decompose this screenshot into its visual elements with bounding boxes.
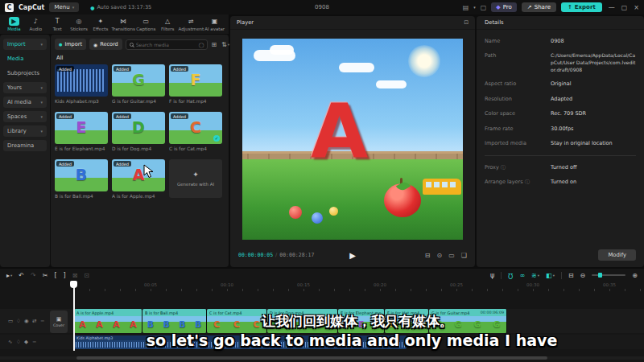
trim-right-icon[interactable]: ] bbox=[64, 272, 66, 279]
clip-c-cat[interactable]: C is for Cat.mp4 CCC bbox=[207, 309, 267, 333]
compare-icon[interactable]: ⊟ bbox=[425, 252, 431, 259]
voiceover-mic-icon[interactable]: ψ bbox=[490, 272, 494, 279]
media-tile-a-apple[interactable]: A Added A is for Apple.mp4 bbox=[112, 159, 165, 199]
tab-label: Text bbox=[53, 27, 62, 31]
media-tile-g-guitar[interactable]: G Added G is for Guitar.mp4 bbox=[112, 64, 165, 104]
track-collapse-icon[interactable]: − bbox=[40, 318, 44, 324]
tab-captions[interactable]: ▭ Captions bbox=[135, 17, 157, 31]
sidebar-item-spaces[interactable]: Spaces ▾ bbox=[3, 111, 47, 122]
pro-button[interactable]: ◆ Pro bbox=[491, 2, 517, 12]
clip-b-ball[interactable]: B is for Ball.mp4 BBBB bbox=[142, 309, 207, 333]
audio-collapse-icon[interactable]: − bbox=[32, 339, 36, 345]
audio-track-icon[interactable]: ∿ bbox=[8, 339, 12, 345]
maximize-button[interactable]: ▢ bbox=[621, 4, 628, 11]
cover-button[interactable]: ▣ Cover bbox=[50, 311, 68, 333]
media-tile-b-ball[interactable]: B Added B is for Ball.mp4 bbox=[55, 159, 108, 199]
sidebar-item-yours[interactable]: Yours ▾ bbox=[3, 82, 47, 93]
sidebar-item-dreamina[interactable]: Dreamina bbox=[3, 140, 47, 151]
tab-stickers[interactable]: ◎ Stickers bbox=[68, 17, 90, 31]
tab-ai-avatar[interactable]: ▣ AI avatar bbox=[204, 17, 225, 31]
detail-value: 0908 bbox=[551, 38, 564, 45]
share-button[interactable]: ↗ Share bbox=[522, 2, 556, 12]
divider bbox=[485, 155, 636, 156]
info-icon[interactable]: ⓘ bbox=[501, 164, 506, 171]
generate-with-ai-button[interactable]: ✦ Generate with AI bbox=[169, 159, 222, 198]
sidebar-item-subprojects[interactable]: Subprojects bbox=[3, 68, 47, 79]
split-icon[interactable]: ✂ bbox=[43, 272, 48, 279]
tab-transitions[interactable]: ⋈ Transitions bbox=[111, 17, 134, 31]
media-tile-c-cat[interactable]: C Added ✓ C is for Cat.mp4 bbox=[169, 112, 222, 151]
timeline-ruler[interactable]: 00:05 00:10 00:15 00:20 00:25 00:30 00:3… bbox=[74, 282, 644, 291]
tab-adjustment[interactable]: ⇌ Adjustment bbox=[179, 17, 204, 31]
timeline-scrollbar-thumb[interactable] bbox=[76, 356, 547, 360]
tab-effects[interactable]: ✦ Effects bbox=[90, 17, 112, 31]
freeze-icon[interactable]: ⊡ bbox=[84, 272, 89, 279]
track-hide-icon[interactable]: ◉ bbox=[24, 318, 29, 324]
media-tile-e-elephant[interactable]: E Added E is for Elephant.mp4 bbox=[55, 112, 108, 151]
search-box[interactable]: ◯ bbox=[126, 39, 208, 50]
audio-lock-icon[interactable]: ♢ bbox=[16, 339, 21, 345]
media-tile-d-dog[interactable]: D Added D is for Dog.mp4 bbox=[112, 112, 165, 151]
ripple-icon[interactable]: ≋ ▾ bbox=[531, 272, 539, 279]
modify-button[interactable]: Modify bbox=[598, 249, 636, 261]
zoom-out-icon[interactable]: ⊖ bbox=[580, 272, 586, 279]
player-panel: Player ⊡ A 00:00:00:05 / 00:00:28:17 ▶ bbox=[230, 16, 475, 267]
total-timecode: 00:00:28:17 bbox=[279, 252, 314, 258]
close-button[interactable]: × bbox=[634, 4, 639, 11]
smart-frame-icon[interactable]: ⊙ bbox=[437, 252, 443, 259]
track-mute-icon[interactable]: ⇄ bbox=[32, 318, 36, 324]
sparkle-icon: ✦ bbox=[192, 171, 199, 179]
search-input[interactable] bbox=[136, 42, 196, 47]
redo-icon[interactable]: ↷ bbox=[31, 272, 36, 279]
grid-view-icon[interactable]: ⊞ bbox=[211, 41, 217, 48]
detail-label: Resolution bbox=[485, 96, 551, 103]
select-tool-icon[interactable]: ▸ ▾ bbox=[6, 272, 12, 279]
zoom-in-icon[interactable]: ⊕ bbox=[632, 272, 638, 279]
record-button[interactable]: ◉ Record bbox=[89, 39, 122, 50]
ratio-icon[interactable]: ▭ bbox=[448, 252, 455, 259]
menu-button[interactable]: Menu ▾ bbox=[49, 2, 79, 12]
info-icon[interactable]: ⓘ bbox=[525, 179, 530, 186]
track-levels-icon[interactable]: ◧ ▾ bbox=[546, 272, 555, 279]
category-all[interactable]: All bbox=[56, 55, 225, 61]
minimize-button[interactable]: — bbox=[609, 4, 615, 11]
search-loop-icon[interactable]: ◯ bbox=[199, 42, 204, 47]
sidebar-item-import[interactable]: Import ▾ bbox=[3, 39, 47, 50]
audio-mute-icon[interactable]: ◆ bbox=[24, 339, 28, 345]
chevron-down-icon[interactable]: ▾ bbox=[473, 5, 476, 10]
export-button[interactable]: ↑ Export bbox=[561, 2, 602, 12]
zoom-slider-thumb[interactable] bbox=[598, 273, 602, 278]
panel-toggle-icon[interactable]: ▢ bbox=[481, 4, 487, 11]
layout-toggle-icon[interactable]: ▤ bbox=[463, 4, 469, 11]
preview-axis-icon[interactable]: ⊟ bbox=[568, 272, 574, 279]
media-tile-kids-alphabet[interactable]: Added Kids Alphabet.mp3 bbox=[55, 64, 108, 104]
player-expand-icon[interactable]: ⊡ bbox=[464, 19, 469, 26]
media-tile-f-hat[interactable]: F Added F is for Hat.mp4 bbox=[169, 64, 222, 104]
link-icon[interactable]: ∞ bbox=[519, 272, 525, 279]
share-icon: ↗ bbox=[527, 4, 532, 10]
fullscreen-icon[interactable]: ❏ bbox=[461, 252, 467, 259]
media-name: C is for Cat.mp4 bbox=[169, 146, 222, 151]
tab-label: Adjustment bbox=[179, 27, 204, 31]
delete-icon[interactable]: ⊠ bbox=[72, 272, 78, 279]
sort-icon[interactable]: ⇅ ▾ bbox=[221, 41, 229, 48]
track-lock-icon[interactable]: ♢ bbox=[16, 318, 21, 324]
tab-audio[interactable]: ♪ Audio bbox=[25, 17, 47, 31]
clip-letter: B bbox=[147, 319, 154, 330]
tab-text[interactable]: T Text bbox=[47, 17, 68, 31]
undo-icon[interactable]: ↶ bbox=[19, 272, 24, 279]
zoom-slider[interactable] bbox=[592, 274, 625, 276]
snap-magnet-icon[interactable]: Ω bbox=[508, 272, 513, 279]
sidebar-item-media[interactable]: Media bbox=[3, 53, 47, 64]
playhead[interactable] bbox=[73, 282, 75, 351]
trim-left-icon[interactable]: [ bbox=[54, 272, 56, 279]
sidebar-item-library[interactable]: Library ▾ bbox=[3, 125, 47, 137]
tab-filters[interactable]: △ Filters bbox=[157, 17, 179, 31]
sidebar-item-ai-media[interactable]: AI media ▾ bbox=[3, 97, 47, 108]
play-button[interactable]: ▶ bbox=[349, 251, 356, 260]
track-options-icon[interactable]: ▭ bbox=[8, 318, 13, 324]
import-button[interactable]: ● Import bbox=[55, 39, 86, 50]
clip-a-apple[interactable]: A is for Apple.mp4 AAAA bbox=[74, 309, 142, 333]
playhead-handle[interactable] bbox=[70, 281, 77, 288]
tab-media[interactable]: ▶ Media bbox=[3, 17, 25, 31]
